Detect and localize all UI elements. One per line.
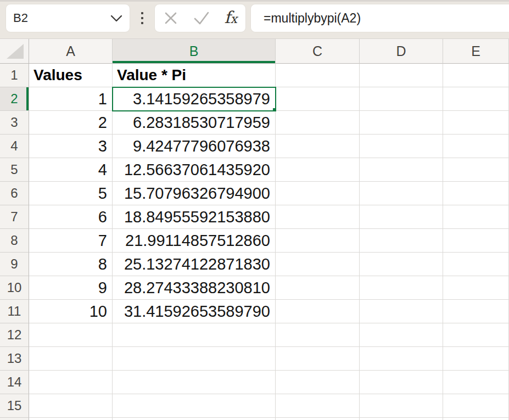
cell-A5[interactable]: 4 bbox=[29, 158, 113, 182]
cell-B5[interactable]: 12.56637061435920 bbox=[113, 158, 276, 182]
cell-E6[interactable] bbox=[443, 182, 509, 205]
cell-C2[interactable] bbox=[276, 87, 360, 111]
row-header-12[interactable]: 12 bbox=[0, 323, 29, 347]
row-header-8[interactable]: 8 bbox=[0, 229, 29, 253]
cell-C4[interactable] bbox=[276, 135, 360, 158]
cell-D16[interactable] bbox=[360, 418, 443, 420]
cell-C14[interactable] bbox=[276, 371, 360, 394]
cell-A16[interactable] bbox=[29, 418, 113, 420]
cell-C10[interactable] bbox=[276, 276, 360, 300]
cell-A1[interactable]: Values bbox=[29, 64, 113, 87]
row-header-2[interactable]: 2 bbox=[0, 87, 29, 111]
chevron-down-icon[interactable] bbox=[110, 15, 122, 22]
row-header-9[interactable]: 9 bbox=[0, 253, 29, 276]
cell-B1[interactable]: Value * Pi bbox=[113, 64, 276, 87]
cell-D1[interactable] bbox=[360, 64, 443, 87]
cell-E9[interactable] bbox=[443, 253, 509, 276]
column-header-C[interactable]: C bbox=[276, 39, 360, 64]
column-header-A[interactable]: A bbox=[29, 39, 113, 64]
row-header-13[interactable]: 13 bbox=[0, 347, 29, 371]
cell-B12[interactable] bbox=[113, 323, 276, 347]
cell-D8[interactable] bbox=[360, 229, 443, 253]
cell-D11[interactable] bbox=[360, 300, 443, 323]
cell-D2[interactable] bbox=[360, 87, 443, 111]
row-header-16[interactable] bbox=[0, 418, 29, 420]
formula-bar-input[interactable]: =multiplybypi(A2) bbox=[250, 4, 509, 32]
cell-B7[interactable]: 18.84955592153880 bbox=[113, 205, 276, 229]
cell-D7[interactable] bbox=[360, 205, 443, 229]
cell-A13[interactable] bbox=[29, 347, 113, 371]
cell-C13[interactable] bbox=[276, 347, 360, 371]
cell-B4[interactable]: 9.42477796076938 bbox=[113, 135, 276, 158]
cell-E1[interactable] bbox=[443, 64, 509, 87]
cell-A4[interactable]: 3 bbox=[29, 135, 113, 158]
row-header-14[interactable]: 14 bbox=[0, 371, 29, 394]
cell-B9[interactable]: 25.13274122871830 bbox=[113, 253, 276, 276]
row-header-5[interactable]: 5 bbox=[0, 158, 29, 182]
cell-A12[interactable] bbox=[29, 323, 113, 347]
cell-B13[interactable] bbox=[113, 347, 276, 371]
cell-A2[interactable]: 1 bbox=[29, 87, 113, 111]
cell-A15[interactable] bbox=[29, 394, 113, 418]
cell-B14[interactable] bbox=[113, 371, 276, 394]
cell-C5[interactable] bbox=[276, 158, 360, 182]
row-header-11[interactable]: 11 bbox=[0, 300, 29, 323]
cell-D14[interactable] bbox=[360, 371, 443, 394]
name-box[interactable]: B2 bbox=[5, 4, 130, 32]
cell-E8[interactable] bbox=[443, 229, 509, 253]
row-header-6[interactable]: 6 bbox=[0, 182, 29, 205]
cell-E16[interactable] bbox=[443, 418, 509, 420]
cell-B11[interactable]: 31.41592653589790 bbox=[113, 300, 276, 323]
cell-D10[interactable] bbox=[360, 276, 443, 300]
cell-E2[interactable] bbox=[443, 87, 509, 111]
cell-A11[interactable]: 10 bbox=[29, 300, 113, 323]
cell-B10[interactable]: 28.27433388230810 bbox=[113, 276, 276, 300]
row-header-3[interactable]: 3 bbox=[0, 111, 29, 135]
cell-C16[interactable] bbox=[276, 418, 360, 420]
cell-A8[interactable]: 7 bbox=[29, 229, 113, 253]
select-all-corner[interactable] bbox=[0, 39, 29, 64]
cancel-icon[interactable] bbox=[163, 10, 178, 26]
cell-E10[interactable] bbox=[443, 276, 509, 300]
cell-E12[interactable] bbox=[443, 323, 509, 347]
cell-C7[interactable] bbox=[276, 205, 360, 229]
cell-E4[interactable] bbox=[443, 135, 509, 158]
cell-E13[interactable] bbox=[443, 347, 509, 371]
cell-E14[interactable] bbox=[443, 371, 509, 394]
enter-check-icon[interactable] bbox=[193, 11, 210, 25]
cell-D5[interactable] bbox=[360, 158, 443, 182]
cell-C1[interactable] bbox=[276, 64, 360, 87]
cell-D13[interactable] bbox=[360, 347, 443, 371]
row-header-4[interactable]: 4 bbox=[0, 135, 29, 158]
cell-C9[interactable] bbox=[276, 253, 360, 276]
cell-A10[interactable]: 9 bbox=[29, 276, 113, 300]
cell-E7[interactable] bbox=[443, 205, 509, 229]
cell-D9[interactable] bbox=[360, 253, 443, 276]
row-header-7[interactable]: 7 bbox=[0, 205, 29, 229]
cell-B2-selected[interactable]: 3.14159265358979 bbox=[113, 87, 276, 111]
row-header-15[interactable]: 15 bbox=[0, 394, 29, 418]
cell-C3[interactable] bbox=[276, 111, 360, 135]
column-header-B[interactable]: B bbox=[113, 39, 276, 64]
insert-function-fx-icon[interactable]: fx bbox=[224, 9, 237, 27]
cell-C11[interactable] bbox=[276, 300, 360, 323]
cell-D6[interactable] bbox=[360, 182, 443, 205]
column-header-D[interactable]: D bbox=[360, 39, 443, 64]
cell-A6[interactable]: 5 bbox=[29, 182, 113, 205]
cell-E15[interactable] bbox=[443, 394, 509, 418]
cell-C8[interactable] bbox=[276, 229, 360, 253]
cell-D3[interactable] bbox=[360, 111, 443, 135]
row-header-1[interactable]: 1 bbox=[0, 64, 29, 87]
cell-B3[interactable]: 6.28318530717959 bbox=[113, 111, 276, 135]
row-header-10[interactable]: 10 bbox=[0, 276, 29, 300]
cell-C12[interactable] bbox=[276, 323, 360, 347]
cell-B6[interactable]: 15.70796326794900 bbox=[113, 182, 276, 205]
cell-E11[interactable] bbox=[443, 300, 509, 323]
cell-E3[interactable] bbox=[443, 111, 509, 135]
cell-B16[interactable] bbox=[113, 418, 276, 420]
cell-D4[interactable] bbox=[360, 135, 443, 158]
cell-E5[interactable] bbox=[443, 158, 509, 182]
cell-D15[interactable] bbox=[360, 394, 443, 418]
column-header-E[interactable]: E bbox=[443, 39, 509, 64]
cell-A3[interactable]: 2 bbox=[29, 111, 113, 135]
